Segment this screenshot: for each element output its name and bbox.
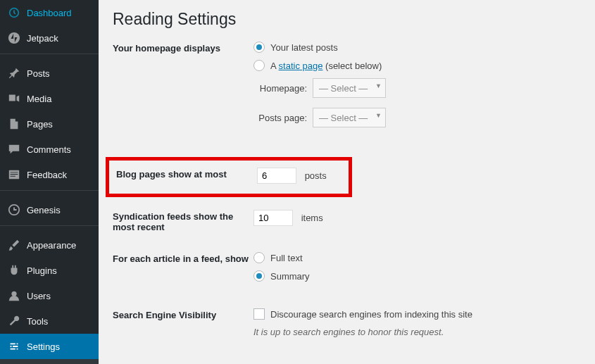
blog-pages-unit: posts <box>305 170 327 181</box>
blog-pages-field: posts <box>257 168 349 184</box>
sidebar-item-feedback[interactable]: Feedback <box>0 162 99 187</box>
sidebar-item-comments[interactable]: Comments <box>0 137 99 162</box>
sidebar-item-label: Users <box>27 291 51 301</box>
homepage-select-label: Homepage: <box>253 83 313 94</box>
static-page-link[interactable]: static page <box>279 61 323 71</box>
settings-submenu: General Writing Reading <box>0 359 99 364</box>
radio-static-page[interactable]: A static page (select below) <box>253 60 581 71</box>
radio-summary-input[interactable] <box>253 270 265 282</box>
blog-pages-row: Blog pages show at most posts <box>116 168 349 184</box>
pin-icon <box>7 66 21 80</box>
sidebar-item-label: Tools <box>27 316 48 327</box>
radio-summary-label: Summary <box>270 271 310 282</box>
dashboard-icon <box>7 6 21 20</box>
sidebar-item-tools[interactable]: Tools <box>0 308 99 334</box>
sidebar-item-label: Genesis <box>27 205 61 215</box>
sidebar-item-label: Comments <box>27 144 71 155</box>
radio-full-text-label: Full text <box>270 253 303 263</box>
syndication-label: Syndication feeds show the most recent <box>113 210 253 232</box>
feedback-icon <box>7 168 21 182</box>
discourage-checkbox[interactable] <box>253 308 265 320</box>
sidebar-item-media[interactable]: Media <box>0 86 99 111</box>
sidebar-item-label: Appearance <box>27 240 76 251</box>
blog-pages-highlight: Blog pages show at most posts <box>106 157 352 197</box>
homepage-displays-label: Your homepage displays <box>113 42 253 137</box>
submenu-item-general[interactable]: General <box>0 359 99 364</box>
settings-icon <box>7 339 21 353</box>
settings-form: Your homepage displays Your latest posts… <box>113 42 581 337</box>
search-engine-row: Search Engine Visibility Discourage sear… <box>113 308 581 337</box>
sidebar-item-label: Plugins <box>27 265 57 276</box>
feed-article-field: Full text Summary <box>253 252 581 289</box>
syndication-field: items <box>253 210 581 232</box>
sidebar-item-label: Pages <box>27 119 53 130</box>
radio-full-text-input[interactable] <box>253 252 265 263</box>
radio-latest-posts-label: Your latest posts <box>270 42 338 53</box>
sidebar-item-label: Jetpack <box>27 33 58 44</box>
sidebar-item-jetpack[interactable]: Jetpack <box>0 25 99 51</box>
sidebar-item-label: Media <box>27 94 51 104</box>
sidebar-item-plugins[interactable]: Plugins <box>0 258 99 283</box>
sidebar-item-pages[interactable]: Pages <box>0 111 99 137</box>
posts-page-select[interactable]: — Select — <box>313 108 386 127</box>
radio-latest-posts-input[interactable] <box>253 42 265 53</box>
radio-full-text[interactable]: Full text <box>253 252 581 263</box>
posts-page-select-label: Posts page: <box>253 113 313 123</box>
page-icon <box>7 117 21 131</box>
radio-summary[interactable]: Summary <box>253 270 581 282</box>
sidebar-item-label: Feedback <box>27 170 67 180</box>
sidebar-item-label: Settings <box>27 341 60 352</box>
sidebar-item-users[interactable]: Users <box>0 283 99 308</box>
posts-page-select-row: Posts page: — Select — <box>253 108 581 127</box>
sidebar-item-settings[interactable]: Settings <box>0 334 99 359</box>
wrench-icon <box>7 314 21 328</box>
sidebar-item-dashboard[interactable]: Dashboard <box>0 0 99 25</box>
homepage-select[interactable]: — Select — <box>313 78 386 98</box>
jetpack-icon <box>7 31 21 45</box>
page-title: Reading Settings <box>113 10 581 29</box>
homepage-select-row: Homepage: — Select — <box>253 78 581 98</box>
svg-point-0 <box>8 32 20 44</box>
media-icon <box>7 92 21 106</box>
sidebar-separator <box>0 225 99 232</box>
blog-pages-input[interactable] <box>257 168 296 184</box>
brush-icon <box>7 238 21 252</box>
feed-article-row: For each article in a feed, show Full te… <box>113 252 581 289</box>
blog-pages-label: Blog pages show at most <box>116 168 257 184</box>
sidebar-separator <box>0 190 99 197</box>
feed-article-label: For each article in a feed, show <box>113 252 253 289</box>
homepage-displays-field: Your latest posts A static page (select … <box>253 42 581 137</box>
admin-sidebar: Dashboard Jetpack Posts Media Pages Comm… <box>0 0 99 364</box>
sidebar-separator <box>0 54 99 61</box>
sidebar-item-label: Posts <box>27 68 50 79</box>
plugin-icon <box>7 263 21 277</box>
syndication-input[interactable] <box>253 210 293 226</box>
sidebar-item-appearance[interactable]: Appearance <box>0 232 99 258</box>
radio-static-page-label: A static page (select below) <box>270 61 382 71</box>
search-engine-label: Search Engine Visibility <box>113 308 253 337</box>
svg-point-3 <box>11 291 16 296</box>
syndication-unit: items <box>301 213 323 223</box>
sidebar-item-label: Dashboard <box>27 8 72 18</box>
discourage-checkbox-label: Discourage search engines from indexing … <box>270 309 472 320</box>
syndication-row: Syndication feeds show the most recent i… <box>113 210 581 232</box>
discourage-checkbox-line[interactable]: Discourage search engines from indexing … <box>253 308 581 320</box>
genesis-icon <box>7 203 21 217</box>
radio-static-page-input[interactable] <box>253 60 265 71</box>
radio-latest-posts[interactable]: Your latest posts <box>253 42 581 53</box>
sidebar-item-posts[interactable]: Posts <box>0 61 99 86</box>
main-content: Reading Settings Your homepage displays … <box>99 0 595 364</box>
sidebar-item-genesis[interactable]: Genesis <box>0 197 99 222</box>
comment-icon <box>7 142 21 156</box>
search-engine-field: Discourage search engines from indexing … <box>253 308 581 337</box>
homepage-displays-row: Your homepage displays Your latest posts… <box>113 42 581 137</box>
user-icon <box>7 289 21 303</box>
search-engine-desc: It is up to search engines to honor this… <box>253 327 581 337</box>
